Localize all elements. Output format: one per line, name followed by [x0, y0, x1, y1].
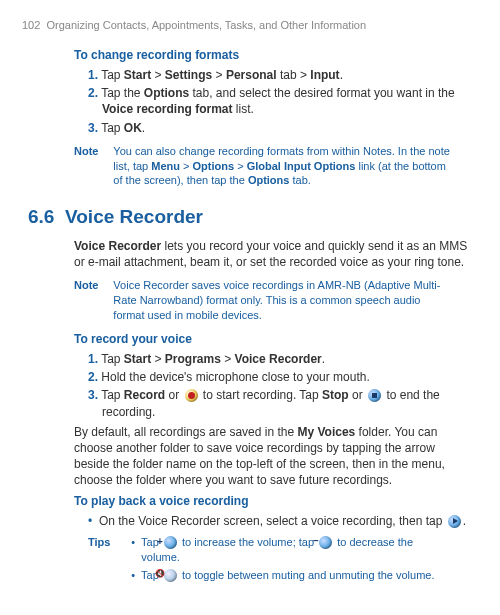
- intro-paragraph: Voice Recorder lets you record your voic…: [74, 238, 472, 270]
- page-number: 102: [22, 19, 40, 31]
- note-text: You can also change recording formats fr…: [113, 144, 453, 189]
- rec-step-3: 3. Tap Record or to start recording. Tap…: [88, 387, 472, 419]
- tips-label: Tips: [88, 535, 118, 550]
- section-heading: 6.6 Voice Recorder: [28, 204, 472, 230]
- my-voices-paragraph: By default, all recordings are saved in …: [74, 424, 472, 489]
- rec-step-1: 1. Tap Start > Programs > Voice Recorder…: [88, 351, 472, 367]
- step-2: 2. Tap the Options tab, and select the d…: [88, 85, 472, 117]
- note-2: Note Voice Recorder saves voice recordin…: [74, 278, 472, 323]
- tips-text: • Tap to increase the volume; tap to dec…: [121, 535, 441, 586]
- note-label: Note: [74, 144, 110, 159]
- playback-bullet: • On the Voice Recorder screen, select a…: [88, 513, 472, 529]
- volume-up-icon: [164, 536, 177, 549]
- volume-down-icon: [319, 536, 332, 549]
- step-1: 1. Tap Start > Settings > Personal tab >…: [88, 67, 472, 83]
- chapter-title: Organizing Contacts, Appointments, Tasks…: [46, 19, 366, 31]
- note-text: Voice Recorder saves voice recordings in…: [113, 278, 453, 323]
- rec-step-2: 2. Hold the device's microphone close to…: [88, 369, 472, 385]
- tips: Tips • Tap to increase the volume; tap t…: [88, 535, 472, 586]
- note-1: Note You can also change recording forma…: [74, 144, 472, 189]
- subhead-change-formats: To change recording formats: [74, 47, 472, 63]
- subhead-record-voice: To record your voice: [74, 331, 472, 347]
- subhead-playback: To play back a voice recording: [74, 493, 472, 509]
- step-3: 3. Tap OK.: [88, 120, 472, 136]
- play-icon: [448, 515, 461, 528]
- note-label: Note: [74, 278, 110, 293]
- record-icon: [185, 389, 198, 402]
- mute-icon: [164, 569, 177, 582]
- page-header: 102 Organizing Contacts, Appointments, T…: [22, 18, 472, 33]
- stop-icon: [368, 389, 381, 402]
